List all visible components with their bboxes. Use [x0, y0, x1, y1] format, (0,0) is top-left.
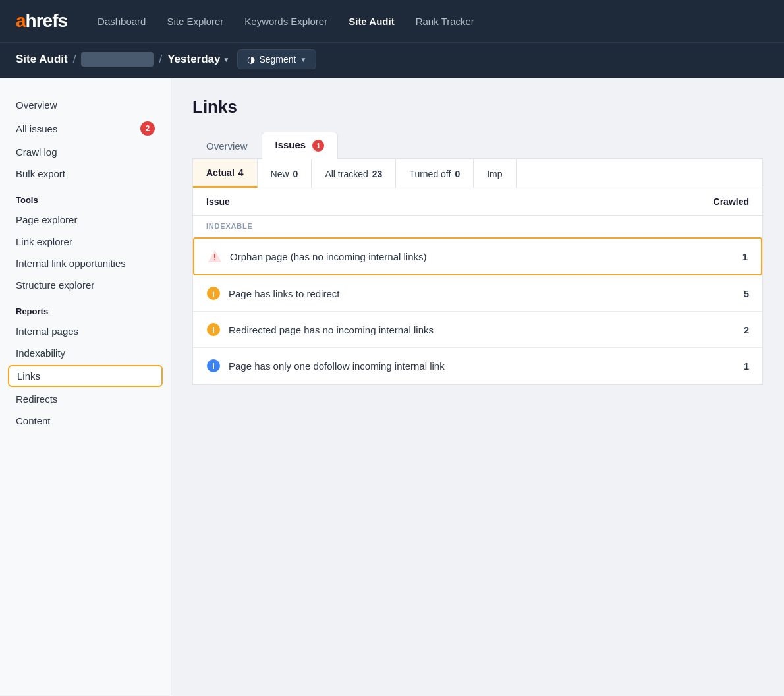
filter-all-tracked[interactable]: All tracked 23: [312, 160, 396, 188]
info-circle-yellow: i: [207, 287, 220, 300]
sidebar-item-bulk-export[interactable]: Bulk export: [0, 163, 171, 185]
issue-count-redirected-page: 2: [729, 324, 749, 335]
segment-icon: ◑: [247, 54, 255, 65]
sidebar-item-label: All issues: [16, 123, 57, 134]
filter-bar: Actual 4 New 0 All tracked 23 Turned off…: [192, 160, 763, 188]
sidebar-item-overview[interactable]: Overview: [0, 94, 171, 116]
issues-table: Issue Crawled INDEXABLE Orphan page (has…: [192, 188, 763, 385]
main-layout: Overview All issues 2 Crawl log Bulk exp…: [0, 78, 784, 695]
tab-overview[interactable]: Overview: [192, 133, 262, 160]
sidebar-item-label: Redirects: [16, 393, 57, 405]
nav-links: Dashboard Site Explorer Keywords Explore…: [88, 11, 768, 32]
table-header-row: Issue Crawled: [193, 188, 762, 216]
sidebar-item-links[interactable]: Links: [8, 365, 163, 387]
sidebar-item-label: Internal link opportunities: [16, 258, 126, 269]
breadcrumb-date-label: Yesterday: [167, 53, 220, 66]
filter-imp-label: Imp: [487, 169, 502, 179]
filter-imp[interactable]: Imp: [474, 160, 516, 188]
col-header-crawled: Crawled: [690, 196, 749, 207]
sidebar-item-redirects[interactable]: Redirects: [0, 388, 171, 410]
issues-tab-badge: 1: [312, 140, 324, 152]
tab-overview-label: Overview: [206, 140, 248, 152]
issue-count-orphan-page: 1: [728, 251, 748, 262]
top-navigation: a hrefs Dashboard Site Explorer Keywords…: [0, 0, 784, 42]
logo[interactable]: a hrefs: [16, 11, 67, 32]
sidebar-item-content[interactable]: Content: [0, 410, 171, 432]
sidebar-item-label: Links: [17, 370, 40, 382]
breadcrumb-separator-2: /: [159, 53, 162, 66]
filter-turned-off-label: Turned off: [409, 169, 451, 179]
sidebar-item-link-explorer[interactable]: Link explorer: [0, 231, 171, 252]
issue-text-orphan-page: Orphan page (has no incoming internal li…: [230, 250, 720, 264]
segment-button[interactable]: ◑ Segment ▼: [237, 49, 316, 69]
segment-chevron-icon: ▼: [300, 56, 306, 63]
nav-site-explorer[interactable]: Site Explorer: [157, 11, 233, 32]
col-header-issue: Issue: [206, 196, 690, 207]
info-blue-icon: i: [206, 359, 221, 373]
svg-point-0: [214, 259, 215, 260]
sidebar: Overview All issues 2 Crawl log Bulk exp…: [0, 78, 171, 695]
warning-icon: [208, 249, 222, 264]
issue-text-page-links-redirect: Page has links to redirect: [229, 287, 721, 301]
content-area: Links Overview Issues 1 Actual 4 New 0 A…: [171, 78, 784, 695]
issue-text-redirected-page: Redirected page has no incoming internal…: [229, 323, 721, 337]
section-label-indexable: INDEXABLE: [193, 216, 762, 237]
info-yellow-icon: i: [206, 286, 221, 301]
nav-rank-tracker[interactable]: Rank Tracker: [406, 11, 484, 32]
sidebar-item-label: Indexability: [16, 347, 65, 359]
filter-turned-off-count: 0: [455, 169, 460, 179]
sidebar-item-structure-explorer[interactable]: Structure explorer: [0, 274, 171, 296]
sidebar-item-label: Internal pages: [16, 326, 78, 337]
sidebar-item-label: Link explorer: [16, 236, 72, 247]
issue-row-page-links-redirect[interactable]: i Page has links to redirect 5: [193, 276, 762, 312]
sidebar-item-internal-link-opportunities[interactable]: Internal link opportunities: [0, 252, 171, 274]
nav-keywords-explorer[interactable]: Keywords Explorer: [235, 11, 337, 32]
filter-all-tracked-count: 23: [372, 169, 383, 179]
filter-actual-label: Actual: [206, 167, 235, 178]
sidebar-item-page-explorer[interactable]: Page explorer: [0, 209, 171, 231]
logo-a: a: [16, 11, 26, 32]
sidebar-item-label: Crawl log: [16, 146, 57, 158]
issue-row-one-dofollow[interactable]: i Page has only one dofollow incoming in…: [193, 348, 762, 384]
issue-count-one-dofollow: 1: [729, 361, 749, 372]
tab-bar: Overview Issues 1: [192, 130, 763, 160]
breadcrumb-site-audit: Site Audit: [16, 53, 68, 66]
issue-text-one-dofollow: Page has only one dofollow incoming inte…: [229, 359, 721, 373]
sidebar-item-all-issues[interactable]: All issues 2: [0, 116, 171, 141]
nav-site-audit[interactable]: Site Audit: [339, 11, 403, 32]
sidebar-item-internal-pages[interactable]: Internal pages: [0, 320, 171, 342]
breadcrumb: Site Audit / / Yesterday ▼: [16, 52, 229, 67]
sidebar-item-label: Page explorer: [16, 214, 77, 225]
page-title: Links: [192, 97, 763, 117]
filter-new[interactable]: New 0: [258, 160, 312, 188]
sidebar-item-label: Overview: [16, 100, 57, 111]
breadcrumb-separator: /: [73, 53, 76, 66]
issue-row-orphan-page[interactable]: Orphan page (has no incoming internal li…: [193, 237, 762, 276]
sidebar-item-indexability[interactable]: Indexability: [0, 342, 171, 364]
filter-new-count: 0: [293, 169, 298, 179]
issue-row-redirected-page[interactable]: i Redirected page has no incoming intern…: [193, 312, 762, 348]
sub-header: Site Audit / / Yesterday ▼ ◑ Segment ▼: [0, 42, 784, 78]
filter-actual-count: 4: [238, 167, 244, 178]
logo-hrefs: hrefs: [26, 11, 67, 32]
info-yellow-icon-2: i: [206, 322, 221, 337]
tools-section-title: Tools: [0, 185, 171, 209]
breadcrumb-date[interactable]: Yesterday ▼: [167, 53, 229, 66]
chevron-down-icon: ▼: [223, 56, 230, 63]
info-circle-blue: i: [207, 359, 220, 372]
filter-new-label: New: [271, 169, 289, 179]
tab-issues-label: Issues: [275, 139, 306, 150]
filter-turned-off[interactable]: Turned off 0: [396, 160, 474, 188]
reports-section-title: Reports: [0, 296, 171, 320]
issue-count-page-links-redirect: 5: [729, 288, 749, 299]
filter-actual[interactable]: Actual 4: [193, 160, 258, 188]
segment-label: Segment: [259, 54, 296, 65]
breadcrumb-site-name[interactable]: [81, 52, 154, 67]
all-issues-badge: 2: [140, 121, 155, 136]
sidebar-item-label: Content: [16, 415, 51, 426]
sidebar-item-crawl-log[interactable]: Crawl log: [0, 141, 171, 163]
filter-all-tracked-label: All tracked: [325, 169, 368, 179]
nav-dashboard[interactable]: Dashboard: [88, 11, 155, 32]
info-circle-yellow-2: i: [207, 323, 220, 336]
tab-issues[interactable]: Issues 1: [262, 132, 339, 160]
